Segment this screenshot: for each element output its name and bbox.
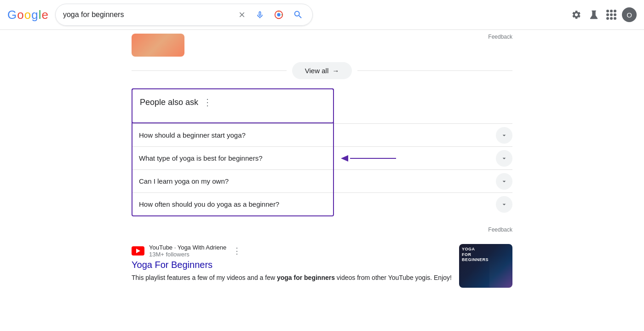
search-bar [55,4,313,26]
youtube-icon [132,246,144,256]
view-all-label: View all [305,67,328,75]
view-all-arrow: → [332,67,339,75]
faq-rows: How should a beginner start yoga? What t… [132,123,512,215]
top-partial-section: Feedback [132,30,512,58]
faq-row-3: Can I learn yoga on my own? [132,169,512,192]
clear-search-button[interactable] [236,9,248,21]
faq-question-1[interactable]: How should a beginner start yoga? [132,124,334,146]
yt-source-info: YouTube · Yoga With Adriene 13M+ followe… [149,244,226,258]
paa-title: People also ask [140,98,198,107]
faq-row-4: How often should you do yoga as a beginn… [132,192,512,215]
search-icon-group [236,8,305,22]
lab-icon-button[interactable] [587,8,601,22]
faq-expand-button-4[interactable] [496,196,512,213]
people-also-ask-section: People also ask ⋮ How should a beginner … [132,88,512,215]
feedback-paa[interactable]: Feedback [132,225,512,237]
avatar[interactable]: O [622,7,637,22]
left-divider [132,70,287,71]
yt-source-row: YouTube · Yoga With Adriene 13M+ followe… [132,244,452,258]
right-divider [357,70,512,71]
yt-result-title[interactable]: Yoga For Beginners [132,260,452,270]
annotation-arrow [341,153,396,164]
yt-result-description: This playlist features a few of my video… [132,273,452,283]
faq-chevron-right-1 [334,127,512,144]
faq-question-4[interactable]: How often should you do yoga as a beginn… [132,193,334,215]
yt-desc-bold: yoga for beginners [277,274,335,281]
search-input[interactable] [63,11,232,19]
view-all-section: View all → [132,62,512,79]
yt-followers: 13M+ followers [149,251,226,258]
main-content: Feedback View all → People also ask ⋮ Ho… [124,30,520,288]
faq-question-3[interactable]: Can I learn yoga on my own? [132,170,334,192]
yt-more-options-button[interactable]: ⋮ [233,246,242,256]
paa-more-options-button[interactable]: ⋮ [203,97,213,108]
faq-chevron-right-4 [334,196,512,213]
yt-desc-start: This playlist features a few of my video… [132,274,277,281]
svg-point-1 [277,13,280,16]
yt-desc-end: videos from other YouTube yogis. Enjoy! [335,274,452,281]
paa-box: People also ask ⋮ [132,88,334,123]
faq-row-1: How should a beginner start yoga? [132,123,512,146]
faq-expand-button-1[interactable] [496,127,512,144]
partial-image [132,34,184,57]
header-right: O [569,7,637,22]
settings-button[interactable] [569,8,583,22]
google-logo[interactable]: Google [7,8,48,22]
search-submit-button[interactable] [291,8,305,22]
lens-search-button[interactable] [272,8,286,22]
yt-thumbnail[interactable]: yogaforbeginners [459,244,512,288]
youtube-result: YouTube · Yoga With Adriene 13M+ followe… [132,244,512,288]
apps-button[interactable] [604,8,618,22]
yt-thumbnail-person [489,255,512,288]
faq-chevron-right-3 [334,173,512,190]
faq-question-2[interactable]: What type of yoga is best for beginners? [132,147,334,169]
view-all-button[interactable]: View all → [292,62,352,79]
header: Google [0,0,644,30]
yt-result-left: YouTube · Yoga With Adriene 13M+ followe… [132,244,452,288]
svg-marker-3 [341,155,348,162]
feedback-top[interactable]: Feedback [488,34,512,40]
voice-search-button[interactable] [253,8,266,21]
faq-row-2: What type of yoga is best for beginners? [132,146,512,169]
yt-source-name: YouTube · Yoga With Adriene [149,244,226,251]
faq-expand-button-3[interactable] [496,173,512,190]
paa-header: People also ask ⋮ [140,97,326,108]
faq-expand-button-2[interactable] [496,150,512,167]
yt-play-icon [136,249,140,253]
